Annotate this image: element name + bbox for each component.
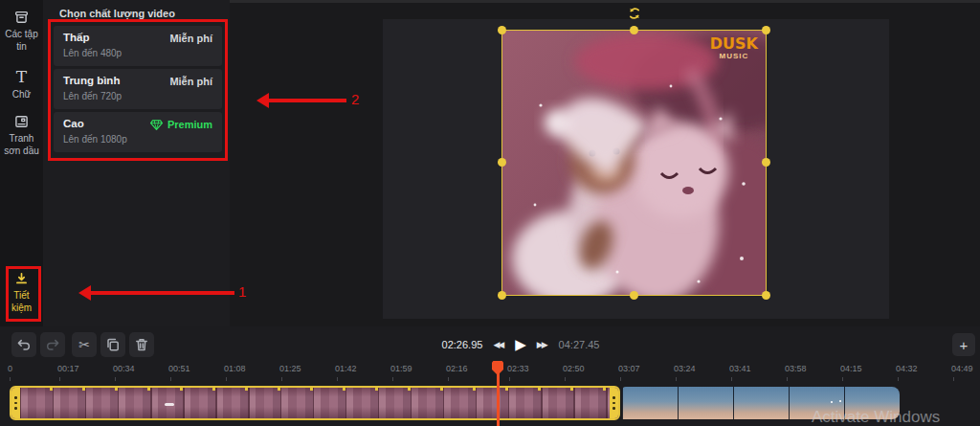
- copy-icon: [105, 337, 121, 352]
- premium-diamond-icon: [150, 120, 163, 130]
- annotation-label-2: 2: [351, 91, 359, 107]
- save-button-label: Tiết kiệm: [0, 289, 43, 314]
- ruler-tick: 03:41: [729, 364, 751, 373]
- timeline-track: [0, 386, 980, 421]
- quality-price: Miễn phí: [169, 33, 212, 44]
- resize-handle-top-middle[interactable]: [630, 26, 638, 34]
- sidebar-item-label: Tranh sơn dầu: [0, 132, 43, 157]
- resize-handle-bottom-right[interactable]: [762, 291, 770, 300]
- timeline-clip-sky[interactable]: [622, 387, 900, 419]
- rotate-icon[interactable]: [627, 6, 642, 21]
- oil-painting-icon: [13, 114, 30, 129]
- clip-trim-handle-left[interactable]: [11, 388, 20, 418]
- resize-handle-bottom-middle[interactable]: [630, 291, 638, 300]
- quality-price: Miễn phí: [169, 76, 212, 87]
- ruler-tick: 03:58: [785, 364, 807, 373]
- trash-icon: [134, 337, 149, 352]
- redo-icon: [45, 337, 60, 352]
- sidebar-item-label: Các tập tin: [0, 28, 43, 53]
- sidebar: Các tập tin T Chữ Tranh sơn dầu Tiết kiệ…: [0, 0, 43, 326]
- transport-controls: 02:26.95 ◀◀ ▶ ▶▶ 04:27.45: [415, 331, 626, 358]
- split-button[interactable]: ✂: [72, 332, 97, 357]
- sidebar-item-oil-painting[interactable]: Tranh sơn dầu: [0, 114, 43, 157]
- ruler-tick: 01:42: [335, 364, 357, 373]
- preview-canvas[interactable]: DUSK MUSIC: [383, 19, 889, 319]
- files-icon: [13, 10, 30, 25]
- ruler-tick: 01:08: [224, 364, 246, 373]
- video-watermark-line1: DUSK: [710, 36, 758, 52]
- ruler-tick: 04:49: [951, 364, 973, 373]
- ruler-tick: 02:16: [446, 364, 468, 373]
- sidebar-item-text[interactable]: T Chữ: [0, 67, 43, 101]
- annotation-label-1: 1: [238, 283, 246, 300]
- birds-detail: [827, 399, 848, 405]
- undo-icon: [16, 337, 32, 352]
- sidebar-item-label: Chữ: [0, 88, 43, 101]
- resize-handle-middle-left[interactable]: [498, 158, 506, 167]
- quality-options-list: Thấp Miễn phí Lên đến 480p Trung bình Mi…: [54, 26, 222, 155]
- total-duration: 04:27.45: [559, 339, 600, 350]
- ruler-tick: 01:25: [279, 364, 301, 373]
- scissors-icon: ✂: [78, 337, 90, 352]
- ruler-tick: 03:07: [618, 364, 640, 373]
- ruler-tick: 0: [8, 364, 12, 373]
- resize-handle-bottom-left[interactable]: [498, 291, 506, 300]
- resize-handle-top-right[interactable]: [762, 26, 770, 34]
- quality-price-premium: Premium: [150, 119, 212, 130]
- sidebar-item-files[interactable]: Các tập tin: [0, 10, 43, 53]
- quality-price: Premium: [167, 119, 212, 130]
- filmstrip-notches: [20, 388, 610, 391]
- video-watermark: DUSK MUSIC: [710, 36, 758, 60]
- download-icon: [13, 272, 30, 286]
- quality-option-medium[interactable]: Trung bình Miễn phí Lên đến 720p: [54, 69, 222, 109]
- quality-option-high[interactable]: Cao Premium Lên đến 1080p: [54, 112, 222, 152]
- video-editor-app: Các tập tin T Chữ Tranh sơn dầu Tiết kiệ…: [0, 0, 980, 426]
- ruler-tick: 03:24: [674, 364, 696, 373]
- ruler-tick: 01:59: [390, 364, 412, 373]
- save-export-button[interactable]: Tiết kiệm: [0, 272, 43, 314]
- timeline-clip-kitten[interactable]: [10, 386, 620, 420]
- rewind-button[interactable]: ◀◀: [493, 340, 504, 349]
- ruler-tick: 04:32: [896, 364, 918, 373]
- ruler-tick: 02:33: [507, 364, 529, 373]
- video-watermark-line2: MUSIC: [710, 53, 758, 60]
- kitten-video-frame: [502, 31, 766, 295]
- ruler-tick: 00:51: [168, 364, 190, 373]
- annotation-arrow-1: [91, 291, 234, 295]
- undo-button[interactable]: [11, 332, 36, 357]
- annotation-arrow-2: [269, 99, 346, 102]
- quality-panel: Chọn chất lượng video Thấp Miễn phí Lên …: [43, 0, 230, 326]
- quality-option-low[interactable]: Thấp Miễn phí Lên đến 480p: [54, 26, 222, 66]
- fast-forward-button[interactable]: ▶▶: [537, 340, 548, 349]
- quality-panel-title: Chọn chất lượng video: [59, 8, 175, 19]
- clip-trim-handle-right[interactable]: [610, 388, 618, 418]
- ruler-tick: 04:15: [840, 364, 862, 373]
- delete-button[interactable]: [129, 332, 154, 357]
- filmstrip-highlight: [165, 403, 174, 406]
- preview-top-edge: [230, 0, 980, 3]
- quality-detail: Lên đến 1080p: [63, 134, 212, 145]
- resize-handle-top-left[interactable]: [498, 26, 506, 34]
- duplicate-button[interactable]: [100, 332, 125, 357]
- selected-video-clip[interactable]: DUSK MUSIC: [502, 31, 766, 295]
- resize-handle-middle-right[interactable]: [762, 158, 770, 167]
- filmstrip-thumbnails: [20, 388, 610, 418]
- redo-button[interactable]: [40, 332, 65, 357]
- quality-detail: Lên đến 480p: [63, 48, 212, 58]
- current-time: 02:26.95: [442, 339, 483, 350]
- ruler-tick: 02:50: [563, 364, 585, 373]
- ruler-tick: 00:17: [57, 364, 79, 373]
- text-icon: T: [0, 67, 43, 86]
- quality-detail: Lên đến 720p: [63, 91, 212, 101]
- play-button[interactable]: ▶: [515, 336, 526, 353]
- timeline-section: ✂ 02:26.95 ◀◀ ▶ ▶▶ 04:27.45 + 0 00:17: [0, 326, 980, 426]
- ruler-tick: 00:34: [113, 364, 135, 373]
- plus-icon: +: [960, 337, 969, 353]
- add-track-button[interactable]: +: [952, 333, 975, 356]
- timeline-ruler[interactable]: 0 00:17 00:34 00:51 01:08 01:25 01:42 01…: [0, 362, 980, 383]
